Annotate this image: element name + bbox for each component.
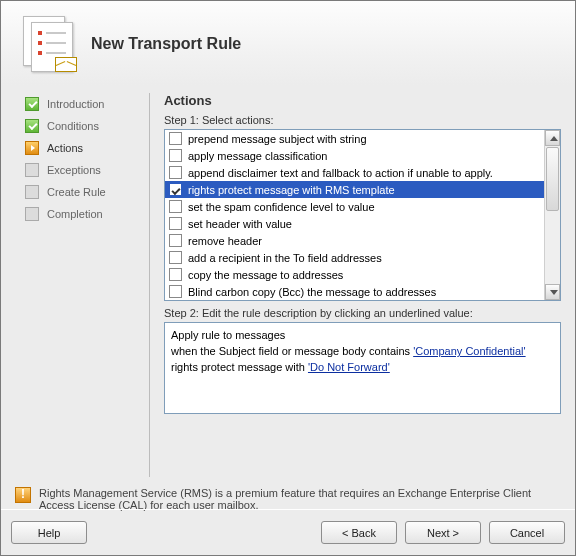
scroll-down-button[interactable] [545, 284, 560, 300]
nav-completion[interactable]: Completion [25, 203, 139, 225]
step1-label: Step 1: Select actions: [164, 114, 561, 126]
nav-create-rule[interactable]: Create Rule [25, 181, 139, 203]
action-checkbox[interactable] [169, 166, 182, 179]
desc-line: Apply rule to messages [171, 327, 554, 343]
action-row[interactable]: remove header [165, 232, 544, 249]
action-checkbox[interactable] [169, 132, 182, 145]
action-checkbox[interactable] [169, 251, 182, 264]
actions-scroll-area: prepend message subject with stringapply… [165, 130, 544, 300]
action-row[interactable]: rights protect message with RMS template [165, 181, 544, 198]
nav-introduction[interactable]: Introduction [25, 93, 139, 115]
action-checkbox[interactable] [169, 183, 182, 196]
action-row[interactable]: apply message classification [165, 147, 544, 164]
rms-template-link[interactable]: 'Do Not Forward' [308, 361, 390, 373]
action-label: set the spam confidence level to value [188, 201, 375, 213]
desc-text: rights protect message with [171, 361, 308, 373]
pending-icon [25, 207, 39, 221]
nav-label: Actions [47, 142, 83, 154]
action-checkbox[interactable] [169, 200, 182, 213]
action-checkbox[interactable] [169, 217, 182, 230]
body-area: Introduction Conditions Actions Exceptio… [1, 85, 575, 477]
rule-icon [21, 16, 77, 72]
nav-actions[interactable]: Actions [25, 137, 139, 159]
condition-value-link[interactable]: 'Company Confidential' [413, 345, 525, 357]
action-label: copy the message to addresses [188, 269, 343, 281]
nav-label: Exceptions [47, 164, 101, 176]
wizard-window: New Transport Rule Introduction Conditio… [0, 0, 576, 556]
check-icon [25, 119, 39, 133]
nav-label: Conditions [47, 120, 99, 132]
action-label: rights protect message with RMS template [188, 184, 395, 196]
page-title: New Transport Rule [91, 35, 241, 53]
pending-icon [25, 163, 39, 177]
nav-label: Introduction [47, 98, 104, 110]
action-row[interactable]: Blind carbon copy (Bcc) the message to a… [165, 283, 544, 300]
action-checkbox[interactable] [169, 285, 182, 298]
action-checkbox[interactable] [169, 149, 182, 162]
scrollbar[interactable] [544, 130, 560, 300]
action-row[interactable]: set the spam confidence level to value [165, 198, 544, 215]
section-title: Actions [164, 93, 561, 108]
desc-line: when the Subject field or message body c… [171, 343, 554, 359]
action-row[interactable]: prepend message subject with string [165, 130, 544, 147]
action-label: set header with value [188, 218, 292, 230]
next-button[interactable]: Next > [405, 521, 481, 544]
action-label: add a recipient in the To field addresse… [188, 252, 382, 264]
desc-text: when the Subject field or message body c… [171, 345, 413, 357]
action-label: apply message classification [188, 150, 327, 162]
rule-description-box[interactable]: Apply rule to messages when the Subject … [164, 322, 561, 414]
nav-conditions[interactable]: Conditions [25, 115, 139, 137]
action-label: prepend message subject with string [188, 133, 367, 145]
nav-label: Completion [47, 208, 103, 220]
action-checkbox[interactable] [169, 268, 182, 281]
nav-label: Create Rule [47, 186, 106, 198]
scroll-thumb[interactable] [546, 147, 559, 211]
action-row[interactable]: add a recipient in the To field addresse… [165, 249, 544, 266]
cancel-button[interactable]: Cancel [489, 521, 565, 544]
action-label: remove header [188, 235, 262, 247]
action-row[interactable]: append disclaimer text and fallback to a… [165, 164, 544, 181]
nav-exceptions[interactable]: Exceptions [25, 159, 139, 181]
scroll-up-button[interactable] [545, 130, 560, 146]
button-bar: Help < Back Next > Cancel [1, 509, 575, 555]
back-button[interactable]: < Back [321, 521, 397, 544]
actions-listbox[interactable]: prepend message subject with stringapply… [164, 129, 561, 301]
wizard-sidebar: Introduction Conditions Actions Exceptio… [1, 85, 149, 477]
pending-icon [25, 185, 39, 199]
action-row[interactable]: copy the message to addresses [165, 266, 544, 283]
action-checkbox[interactable] [169, 234, 182, 247]
desc-line: rights protect message with 'Do Not Forw… [171, 359, 554, 375]
info-note: Rights Management Service (RMS) is a pre… [1, 477, 575, 511]
help-button[interactable]: Help [11, 521, 87, 544]
check-icon [25, 97, 39, 111]
main-panel: Actions Step 1: Select actions: prepend … [150, 85, 575, 477]
action-row[interactable]: set header with value [165, 215, 544, 232]
action-label: Blind carbon copy (Bcc) the message to a… [188, 286, 436, 298]
step2-label: Step 2: Edit the rule description by cli… [164, 307, 561, 319]
arrow-icon [25, 141, 39, 155]
action-label: append disclaimer text and fallback to a… [188, 167, 493, 179]
note-text: Rights Management Service (RMS) is a pre… [39, 487, 561, 511]
wizard-header: New Transport Rule [1, 1, 575, 85]
warning-icon [15, 487, 31, 503]
